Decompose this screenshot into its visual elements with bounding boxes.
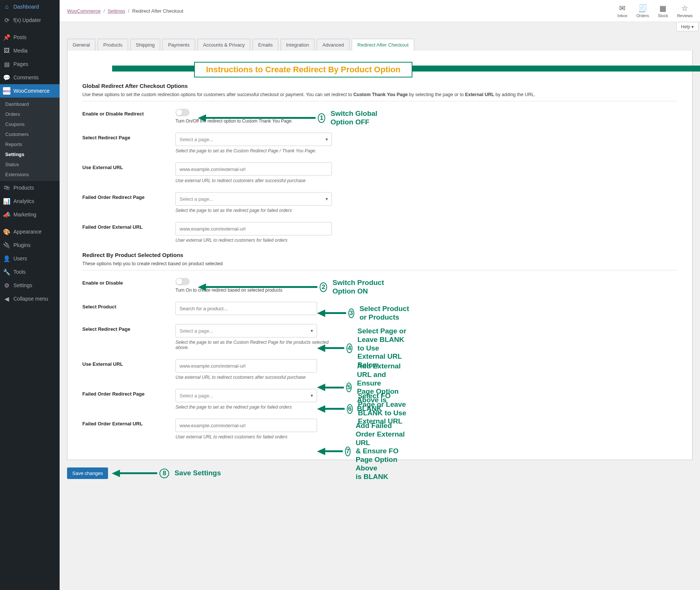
tab-emails[interactable]: Emails (253, 39, 278, 51)
sidebar-label: Settings (13, 282, 32, 288)
sidebar-item-media[interactable]: 🖼Media (0, 44, 60, 57)
annotation-1: 1Switch Global Option OFF (198, 110, 395, 127)
instruction-title: Instructions to Create Redirect By Produ… (194, 62, 412, 77)
product-ext-url-label: Use External URL (82, 359, 175, 367)
product-fo-url-label: Failed Order External URL (82, 419, 175, 426)
sidebar-item-posts[interactable]: 📌Posts (0, 31, 60, 44)
product-fo-url-help: User external URL to redirect customers … (175, 434, 332, 440)
global-select-page[interactable]: Select a page... (175, 133, 332, 146)
tab-general[interactable]: General (67, 39, 95, 51)
global-fo-page-label: Failed Order Redirect Page (82, 192, 175, 200)
product-enable-label: Enable or Disable (82, 278, 175, 286)
save-button[interactable]: Save changes (67, 467, 108, 479)
sidebar-item-marketing[interactable]: 📣Marketing (0, 208, 60, 221)
tab-integration[interactable]: Integration (281, 39, 314, 51)
tab-shipping[interactable]: Shipping (130, 39, 161, 51)
sub-status[interactable]: Status (0, 159, 60, 169)
global-ext-url-help: Use external URL to redirect customers a… (175, 178, 332, 183)
sidebar-item-analytics[interactable]: 📊Analytics (0, 194, 60, 208)
icon-label: Inbox (617, 13, 627, 18)
annotation-2: 2Switch Product Option ON (198, 279, 399, 296)
annotation-7: 7Add Failed Order External URL& Ensure F… (317, 422, 408, 481)
product-select-label: Select Product (82, 302, 175, 310)
top-icon-orders[interactable]: 🧾Orders (636, 4, 649, 18)
sidebar-label: Marketing (13, 212, 36, 218)
plugin-icon: 🔌 (3, 241, 10, 249)
global-fo-url-input[interactable] (175, 222, 332, 235)
sub-dashboard[interactable]: Dashboard (0, 99, 60, 109)
product-ext-url-help: Use external URL to redirect customers a… (175, 375, 332, 380)
top-bar: WooCommerce / Settings / Redirect After … (60, 0, 700, 22)
sidebar-item-collapse[interactable]: ◀Collapse menu (0, 292, 60, 305)
sidebar-item-pages[interactable]: ▤Pages (0, 57, 60, 71)
product-fo-url-input[interactable] (175, 419, 317, 432)
breadcrumb-sep: / (128, 8, 130, 14)
sidebar-item-plugins[interactable]: 🔌Plugins (0, 238, 60, 252)
tab-accounts[interactable]: Accounts & Privacy (197, 39, 250, 51)
breadcrumb-woocommerce[interactable]: WooCommerce (67, 8, 101, 14)
sidebar-item-fxupdater[interactable]: ⟳f(x) Updater (0, 13, 60, 27)
breadcrumb-settings[interactable]: Settings (108, 8, 125, 14)
top-icon-inbox[interactable]: ✉Inbox (617, 4, 627, 18)
icon-label: Reviews (677, 13, 693, 18)
global-fo-url-label: Failed Order External URL (82, 222, 175, 230)
product-fo-page-help: Select the page to set as the redirect p… (175, 405, 332, 410)
sidebar-item-products[interactable]: 🛍Products (0, 181, 60, 194)
sidebar-item-appearance[interactable]: 🎨Appearance (0, 225, 60, 238)
top-icon-reviews[interactable]: ☆Reviews (677, 4, 693, 18)
sidebar-label: WooCommerce (13, 88, 50, 94)
sub-orders[interactable]: Orders (0, 109, 60, 119)
sidebar-item-tools[interactable]: 🔧Tools (0, 265, 60, 279)
admin-sidebar: ⌂Dashboard ⟳f(x) Updater 📌Posts 🖼Media ▤… (0, 0, 60, 590)
user-icon: 👤 (3, 255, 10, 262)
sidebar-label: Collapse menu (13, 296, 48, 302)
global-select-page-help: Select the page to set as the Custom Red… (175, 148, 332, 153)
sidebar-label: Dashboard (13, 4, 39, 10)
tab-products[interactable]: Products (98, 39, 128, 51)
analytics-icon: 📊 (3, 197, 10, 205)
wrench-icon: 🔧 (3, 268, 10, 276)
global-enable-toggle[interactable] (175, 109, 190, 116)
sidebar-item-users[interactable]: 👤Users (0, 252, 60, 265)
sidebar-submenu: Dashboard Orders Coupons Customers Repor… (0, 98, 60, 181)
sidebar-label: Users (13, 256, 27, 261)
sub-customers[interactable]: Customers (0, 129, 60, 139)
breadcrumb: WooCommerce / Settings / Redirect After … (67, 8, 183, 14)
product-enable-toggle[interactable] (175, 278, 190, 285)
help-tab[interactable]: Help ▾ (676, 23, 699, 31)
sub-settings[interactable]: Settings (0, 149, 60, 159)
global-ext-url-input[interactable] (175, 162, 332, 176)
product-page-help: Select the page to set as the Custom Red… (175, 340, 332, 350)
tab-redirect[interactable]: Redirect After Checkout (352, 39, 414, 51)
sidebar-label: Tools (13, 269, 26, 275)
sidebar-item-comments[interactable]: 💬Comments (0, 71, 60, 84)
dashboard-icon: ⌂ (3, 3, 10, 10)
product-page-label: Select Redirect Page (82, 324, 175, 332)
global-fo-page-select[interactable]: Select a page... (175, 192, 332, 206)
product-fo-page-select[interactable]: Select a page... (175, 389, 317, 402)
instruction-banner: Instructions to Create Redirect By Produ… (82, 62, 677, 75)
tab-payments[interactable]: Payments (162, 39, 195, 51)
brush-icon: 🎨 (3, 228, 10, 235)
sidebar-label: f(x) Updater (13, 17, 41, 23)
pin-icon: 📌 (3, 34, 10, 41)
sub-coupons[interactable]: Coupons (0, 119, 60, 129)
global-fo-url-help: User external URL to redirect customers … (175, 238, 332, 243)
sidebar-item-settings[interactable]: ⚙Settings (0, 279, 60, 292)
refresh-icon: ⟳ (3, 16, 10, 24)
sidebar-item-dashboard[interactable]: ⌂Dashboard (0, 0, 60, 13)
sidebar-item-woocommerce[interactable]: wooWooCommerce (0, 84, 60, 98)
products-icon: 🛍 (3, 184, 10, 191)
sub-extensions[interactable]: Extensions (0, 169, 60, 180)
product-ext-url-input[interactable] (175, 359, 317, 372)
global-section-desc: Use these options to set the custom redi… (82, 92, 677, 97)
star-icon: ☆ (677, 4, 693, 13)
sub-reports[interactable]: Reports (0, 139, 60, 149)
top-bar-icons: ✉Inbox 🧾Orders ▦Stock ☆Reviews (617, 4, 693, 18)
breadcrumb-current: Redirect After Checkout (132, 8, 183, 14)
tab-advanced[interactable]: Advanced (317, 39, 349, 51)
product-page-select[interactable]: Select a page... (175, 324, 317, 337)
product-select-input[interactable] (175, 302, 317, 315)
top-icon-stock[interactable]: ▦Stock (658, 4, 668, 18)
global-ext-url-label: Use External URL (82, 162, 175, 170)
